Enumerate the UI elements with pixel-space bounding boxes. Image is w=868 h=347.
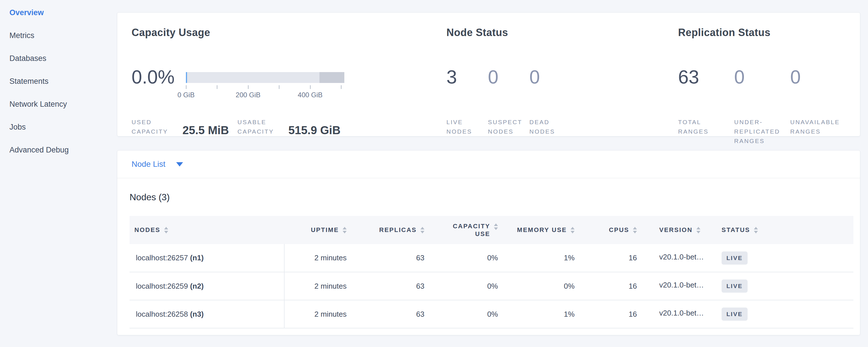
sort-icon <box>343 227 347 233</box>
capacity-gauge-bar <box>186 72 344 83</box>
sidebar-item-network-latency[interactable]: Network Latency <box>9 100 117 108</box>
sidebar-item-databases[interactable]: Databases <box>9 54 117 63</box>
uptime-cell: 2 minutes <box>284 272 356 300</box>
sort-icon <box>696 227 701 233</box>
usable-capacity-stat: USABLE CAPACITY 515.9 GiB <box>237 117 340 136</box>
memory-use-cell: 1% <box>508 244 587 272</box>
sidebar-item-statements[interactable]: Statements <box>9 77 117 86</box>
sort-icon <box>421 227 425 233</box>
suspect-nodes-stat: 0 SUSPECT NODES <box>488 67 529 136</box>
unavailable-ranges-count: 0 <box>790 67 846 117</box>
table-row-node-1[interactable]: localhost:26257 (n1) 2 minutes 63 0% 1% … <box>129 244 854 272</box>
node-list-card: Node List Nodes (3) NODES <box>117 150 860 335</box>
capacity-usage-section: Capacity Usage 0.0% 0 GiB <box>131 26 446 136</box>
replicas-cell: 63 <box>356 244 432 272</box>
live-nodes-count: 3 <box>446 67 488 117</box>
table-row-node-2[interactable]: localhost:26259 (n2) 2 minutes 63 0% 0% … <box>129 272 854 300</box>
node-status-title: Node Status <box>446 26 678 39</box>
sidebar-item-metrics[interactable]: Metrics <box>9 31 117 40</box>
uptime-cell: 2 minutes <box>284 244 356 272</box>
live-nodes-label: LIVE NODES <box>446 117 488 136</box>
used-capacity-stat: USED CAPACITY 25.5 MiB <box>131 117 229 136</box>
total-ranges-count: 63 <box>678 67 734 117</box>
node-list-dropdown-label: Node List <box>131 160 165 169</box>
nodes-panel: Nodes (3) NODES UPTIME <box>117 178 860 335</box>
chevron-down-icon <box>176 162 183 166</box>
replication-status-section: Replication Status 63 TOTAL RANGES 0 UND… <box>678 26 860 136</box>
column-header-capacity-use[interactable]: CAPACITY USE <box>432 216 508 244</box>
sidebar-item-overview[interactable]: Overview <box>9 8 117 17</box>
sidebar: Overview Metrics Databases Statements Ne… <box>0 0 117 335</box>
axis-label-0gib: 0 GiB <box>177 91 194 99</box>
version-cell: v20.1.0-bet… <box>649 272 710 300</box>
column-header-cpus[interactable]: CPUS <box>587 216 649 244</box>
cpus-cell: 16 <box>587 272 649 300</box>
replicas-cell: 63 <box>356 300 432 328</box>
unavailable-ranges-label: UNAVAILABLE RANGES <box>790 117 846 136</box>
total-ranges-stat: 63 TOTAL RANGES <box>678 67 734 146</box>
sort-icon <box>754 227 758 233</box>
dead-nodes-stat: 0 DEAD NODES <box>529 67 571 136</box>
column-header-nodes[interactable]: NODES <box>129 216 284 244</box>
capacity-gauge: 0 GiB 200 GiB 400 GiB <box>186 72 344 99</box>
uptime-cell: 2 minutes <box>284 300 356 328</box>
status-cell: LIVE <box>710 272 854 300</box>
capacity-axis-ticks <box>186 85 344 90</box>
axis-label-200gib: 200 GiB <box>236 91 260 99</box>
unavailable-ranges-stat: 0 UNAVAILABLE RANGES <box>790 67 846 146</box>
nodes-table: NODES UPTIME REPLICAS CAPACITY USE <box>129 216 854 328</box>
capacity-use-cell: 0% <box>432 272 508 300</box>
cpus-cell: 16 <box>587 244 649 272</box>
status-badge: LIVE <box>721 280 748 293</box>
replicas-cell: 63 <box>356 272 432 300</box>
suspect-nodes-count: 0 <box>488 67 529 117</box>
column-header-replicas[interactable]: REPLICAS <box>356 216 432 244</box>
usable-capacity-label: USABLE CAPACITY <box>237 117 281 136</box>
cluster-overview-card: Capacity Usage 0.0% 0 GiB <box>117 12 860 136</box>
capacity-use-cell: 0% <box>432 244 508 272</box>
live-nodes-stat: 3 LIVE NODES <box>446 67 488 136</box>
suspect-nodes-label: SUSPECT NODES <box>488 117 529 136</box>
capacity-used-percent: 0.0% <box>131 67 175 86</box>
version-cell: v20.1.0-bet… <box>649 300 710 328</box>
node-address-cell: localhost:26259 (n2) <box>129 272 284 300</box>
column-header-status[interactable]: STATUS <box>710 216 854 244</box>
sort-icon <box>494 223 498 230</box>
capacity-gauge-reserved-segment <box>319 72 344 83</box>
status-cell: LIVE <box>710 300 854 328</box>
table-row-node-3[interactable]: localhost:26258 (n3) 2 minutes 63 0% 1% … <box>129 300 854 328</box>
sort-icon <box>633 227 637 233</box>
axis-label-400gib: 400 GiB <box>298 91 322 99</box>
memory-use-cell: 1% <box>508 300 587 328</box>
total-ranges-label: TOTAL RANGES <box>678 117 734 136</box>
capacity-use-cell: 0% <box>432 300 508 328</box>
node-status-section: Node Status 3 LIVE NODES 0 SUSPECT NODES… <box>446 26 678 136</box>
version-cell: v20.1.0-bet… <box>649 244 710 272</box>
column-header-uptime[interactable]: UPTIME <box>284 216 356 244</box>
under-replicated-ranges-count: 0 <box>734 67 790 117</box>
node-address-cell: localhost:26258 (n3) <box>129 300 284 328</box>
sidebar-item-jobs[interactable]: Jobs <box>9 123 117 131</box>
node-address-cell: localhost:26257 (n1) <box>129 244 284 272</box>
sort-icon <box>570 227 575 233</box>
capacity-usage-title: Capacity Usage <box>131 26 446 39</box>
replication-status-title: Replication Status <box>678 26 860 39</box>
cpus-cell: 16 <box>587 300 649 328</box>
under-replicated-ranges-stat: 0 UNDER-REPLICATED RANGES <box>734 67 790 146</box>
column-header-version[interactable]: VERSION <box>649 216 710 244</box>
sort-icon <box>164 227 168 233</box>
memory-use-cell: 0% <box>508 272 587 300</box>
sidebar-item-advanced-debug[interactable]: Advanced Debug <box>9 146 117 154</box>
status-badge: LIVE <box>721 308 748 321</box>
dead-nodes-label: DEAD NODES <box>529 117 571 136</box>
table-header-row: NODES UPTIME REPLICAS CAPACITY USE <box>129 216 854 244</box>
node-list-dropdown[interactable]: Node List <box>117 151 860 178</box>
status-badge: LIVE <box>721 251 748 264</box>
column-header-memory-use[interactable]: MEMORY USE <box>508 216 587 244</box>
usable-capacity-value: 515.9 GiB <box>288 124 340 136</box>
capacity-gauge-used-segment <box>186 72 187 83</box>
page: Overview Metrics Databases Statements Ne… <box>0 0 868 335</box>
main-content: Capacity Usage 0.0% 0 GiB <box>117 0 868 335</box>
under-replicated-ranges-label: UNDER-REPLICATED RANGES <box>734 117 790 146</box>
used-capacity-value: 25.5 MiB <box>183 124 229 136</box>
